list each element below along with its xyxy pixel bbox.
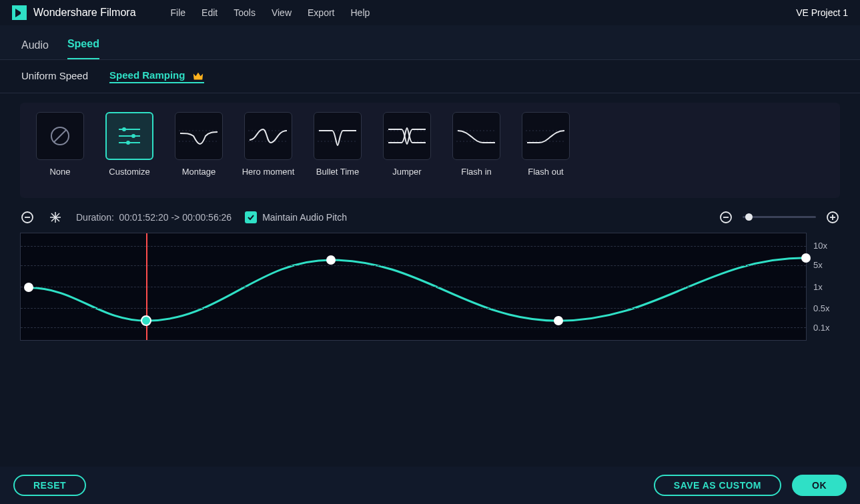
preset-jumper-label: Jumper (392, 167, 421, 178)
duration-value: 00:01:52:20 -> 00:00:56:26 (119, 212, 232, 223)
freeze-frame-button[interactable] (48, 210, 63, 225)
zoom-slider-thumb[interactable] (745, 213, 753, 221)
ok-button[interactable]: OK (792, 475, 847, 496)
subtab-speed-ramping[interactable]: Speed Ramping (109, 69, 204, 83)
y-tick-label: 10x (813, 241, 827, 251)
preset-hero-label: Hero moment (242, 167, 295, 178)
tab-speed[interactable]: Speed (67, 38, 99, 59)
preset-flashin-thumb (452, 112, 500, 160)
svg-line-1 (54, 130, 66, 142)
preset-customize-label: Customize (109, 167, 149, 178)
menu-help[interactable]: Help (342, 7, 378, 18)
check-icon (245, 211, 257, 223)
remove-keyframe-button[interactable] (20, 210, 35, 225)
menu-tools[interactable]: Tools (226, 7, 264, 18)
menu-view[interactable]: View (264, 7, 300, 18)
maintain-pitch-checkbox[interactable]: Maintain Audio Pitch (245, 211, 347, 223)
gridline (21, 246, 806, 247)
zoom-controls (719, 210, 840, 225)
app-brand: Wondershare Filmora (33, 7, 136, 19)
control-point[interactable] (24, 283, 33, 292)
gridline (21, 287, 806, 287)
menu-edit[interactable]: Edit (193, 7, 226, 18)
curve-bullet-icon (318, 123, 358, 149)
gridline (21, 265, 806, 266)
control-point[interactable] (554, 316, 563, 325)
svg-point-5 (131, 134, 135, 138)
curve-flashin-icon (456, 123, 496, 149)
svg-point-3 (122, 127, 126, 131)
ramp-presets-panel: None Customize Montage (20, 103, 840, 198)
preset-flash-in[interactable]: Flash in (450, 112, 503, 178)
preset-flashout-thumb (522, 112, 570, 160)
menu-file[interactable]: File (163, 7, 194, 18)
preset-bullet-thumb (314, 112, 362, 160)
preset-none-label: None (49, 167, 70, 178)
menubar: Wondershare Filmora File Edit Tools View… (0, 0, 860, 25)
preset-none-thumb (36, 112, 84, 160)
subtab-uniform-speed[interactable]: Uniform Speed (21, 70, 88, 83)
preset-flashout-label: Flash out (528, 167, 563, 178)
preset-jumper-thumb (383, 112, 431, 160)
svg-point-7 (126, 141, 130, 145)
preset-bullet-time[interactable]: Bullet Time (311, 112, 364, 178)
gridline (21, 327, 806, 328)
duration-display: Duration: 00:01:52:20 -> 00:00:56:26 (76, 212, 232, 223)
speed-graph-area: 10x5x1x0.5x0.1x (20, 233, 840, 341)
speed-graph[interactable] (20, 233, 807, 341)
panel-tabs: Audio Speed (0, 25, 860, 60)
preset-none[interactable]: None (33, 112, 87, 178)
preset-bullet-label: Bullet Time (316, 167, 359, 178)
curve-montage-icon (179, 123, 219, 149)
ramp-presets: None Customize Montage (33, 112, 827, 178)
snowflake-icon (49, 211, 62, 224)
preset-montage-label: Montage (182, 167, 216, 178)
save-as-custom-button[interactable]: SAVE AS CUSTOM (654, 475, 781, 496)
y-tick-label: 1x (813, 281, 823, 291)
app-logo (12, 5, 27, 20)
gridline (21, 308, 806, 309)
curve-jumper-icon (387, 123, 427, 149)
project-name: VE Project 1 (796, 7, 848, 18)
preset-jumper[interactable]: Jumper (380, 112, 434, 178)
zoom-slider[interactable] (743, 216, 816, 218)
subtab-speed-ramping-label: Speed Ramping (109, 69, 185, 81)
preset-montage[interactable]: Montage (172, 112, 226, 178)
control-point[interactable] (326, 255, 336, 265)
preset-customize-thumb (105, 112, 153, 160)
maintain-pitch-label: Maintain Audio Pitch (262, 212, 347, 223)
zoom-out-button[interactable] (719, 210, 733, 225)
reset-button[interactable]: RESET (13, 475, 86, 496)
ramp-toolbar: Duration: 00:01:52:20 -> 00:00:56:26 Mai… (0, 202, 860, 233)
duration-label: Duration: (76, 212, 114, 223)
preset-hero-moment[interactable]: Hero moment (242, 112, 295, 178)
curve-hero-icon (248, 123, 288, 149)
y-tick-label: 5x (813, 260, 823, 270)
y-tick-label: 0.1x (813, 323, 830, 333)
speed-subtabs: Uniform Speed Speed Ramping (0, 60, 860, 93)
control-point[interactable] (141, 315, 151, 326)
preset-montage-thumb (175, 112, 223, 160)
ban-icon (48, 124, 72, 148)
curve-flashout-icon (526, 123, 566, 149)
sliders-icon (116, 125, 143, 147)
zoom-in-button[interactable] (825, 210, 840, 225)
tab-audio[interactable]: Audio (21, 39, 49, 59)
preset-customize[interactable]: Customize (103, 112, 156, 178)
preset-hero-thumb (244, 112, 292, 160)
footer-bar: RESET SAVE AS CUSTOM OK (0, 467, 860, 504)
y-tick-label: 0.5x (813, 303, 830, 313)
y-axis-scale: 10x5x1x0.5x0.1x (807, 233, 840, 341)
premium-crown-icon (192, 71, 204, 81)
menu-export[interactable]: Export (300, 7, 342, 18)
preset-flashin-label: Flash in (461, 167, 492, 178)
preset-flash-out[interactable]: Flash out (519, 112, 572, 178)
